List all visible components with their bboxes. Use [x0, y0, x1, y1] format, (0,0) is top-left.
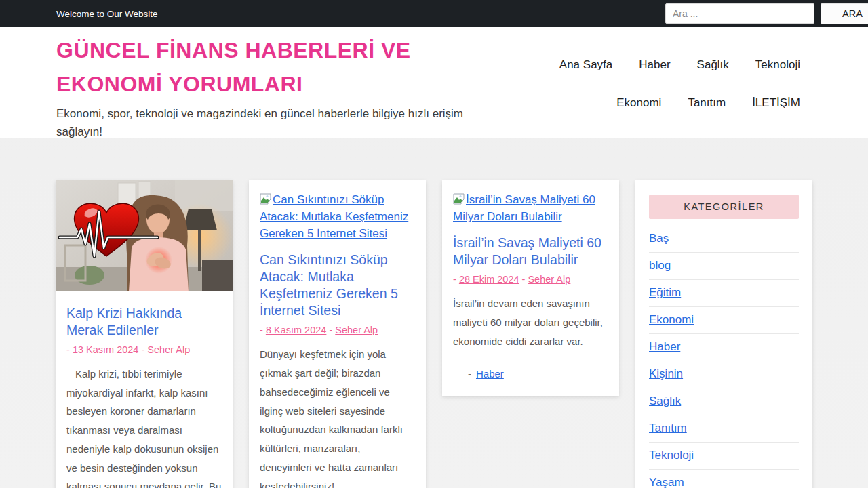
site-tagline: Ekonomi, spor, teknoloji ve magazindeki … [56, 105, 494, 141]
category-item: Sağlık [649, 388, 799, 415]
search-input[interactable] [665, 3, 814, 24]
category-link[interactable]: Teknoloji [649, 449, 694, 462]
site-branding: GÜNCEL FİNANS HABERLERİ VE EKONOMİ YORUM… [56, 27, 494, 138]
footer-separator: - [468, 368, 471, 380]
site-title[interactable]: GÜNCEL FİNANS HABERLERİ VE EKONOMİ YORUM… [56, 34, 494, 101]
category-link[interactable]: Yaşam [649, 476, 684, 488]
category-item: Kişinin [649, 361, 799, 388]
post-excerpt: Dünyayı keşfetmek için yola çıkmak şart … [260, 345, 415, 488]
category-item: blog [649, 253, 799, 280]
post-footer: — - Haber [453, 368, 608, 380]
category-item: Tanıtım [649, 415, 799, 443]
post-title-link[interactable]: İsrail’in Savaş Maliyeti 60 Milyar Dolar… [453, 235, 608, 268]
post-excerpt: Kalp krizi, tıbbi terimiyle miyokardiyal… [66, 365, 222, 488]
post-meta: - 8 Kasım 2024 - Seher Alp [260, 325, 415, 336]
article-card-israil-savas: İsrail’in Savaş Maliyeti 60 Milyar Dolar… [442, 180, 619, 396]
meta-dash: - [260, 325, 263, 336]
nav-item[interactable]: İLETİŞİM [752, 96, 800, 110]
category-link[interactable]: Sağlık [649, 394, 681, 407]
nav-item[interactable]: Ana Sayfa [559, 58, 612, 72]
broken-image-icon [453, 193, 465, 205]
meta-dash: - [66, 344, 70, 355]
sidebar: KATEGORİLER BaşblogEğitimEkonomiHaberKiş… [635, 180, 812, 488]
category-item: Eğitim [649, 280, 799, 307]
category-item: Haber [649, 334, 799, 361]
topbar: Welcome to Our Website ARA [0, 0, 868, 27]
category-link[interactable]: Baş [649, 232, 669, 245]
post-author-link[interactable]: Seher Alp [335, 325, 378, 336]
nav-item[interactable]: Teknoloji [755, 58, 800, 72]
category-link[interactable]: Haber [649, 340, 680, 353]
meta-dash: - [141, 344, 144, 355]
category-link[interactable]: Ekonomi [649, 313, 694, 326]
site-title-line1: GÜNCEL FİNANS HABERLERİ VE [56, 34, 494, 68]
meta-dash: - [329, 325, 332, 336]
broken-image-link[interactable]: İsrail’in Savaş Maliyeti 60 Milyar Dolar… [453, 193, 595, 223]
broken-image-icon [260, 193, 271, 205]
categories-list: BaşblogEğitimEkonomiHaberKişininSağlıkTa… [649, 226, 799, 488]
search-form: ARA [665, 3, 868, 24]
main-content: Kalp Krizi Hakkında Merak Edilenler - 13… [0, 138, 868, 488]
nav-item[interactable]: Sağlık [697, 58, 729, 72]
nav-item[interactable]: Tanıtım [688, 96, 726, 110]
post-author-link[interactable]: Seher Alp [147, 344, 190, 355]
meta-dash: - [522, 274, 526, 285]
article-photo-heart-attack [56, 180, 233, 291]
post-meta: - 13 Kasım 2024 - Seher Alp [66, 344, 222, 355]
article-card-kalp-krizi: Kalp Krizi Hakkında Merak Edilenler - 13… [56, 180, 233, 488]
article-card-internet-siteleri: Can Sıkıntınızı Söküp Atacak: Mutlaka Ke… [249, 180, 426, 488]
footer-dash: — [453, 368, 463, 380]
category-item: Ekonomi [649, 307, 799, 334]
post-meta: - 28 Ekim 2024 - Seher Alp [453, 274, 608, 285]
site-title-line2: EKONOMİ YORUMLARI [56, 68, 494, 102]
post-date-link[interactable]: 13 Kasım 2024 [73, 344, 139, 355]
welcome-text: Welcome to Our Website [56, 9, 158, 19]
search-button[interactable]: ARA [821, 3, 868, 24]
post-author-link[interactable]: Seher Alp [528, 274, 570, 285]
categories-widget-title: KATEGORİLER [649, 195, 799, 219]
nav-item[interactable]: Ekonomi [616, 96, 661, 110]
category-link[interactable]: blog [649, 259, 671, 272]
post-excerpt: İsrail’in devam eden savaşının maliyeti … [453, 294, 608, 350]
category-link[interactable]: Tanıtım [649, 422, 687, 434]
broken-image-alt-text: İsrail’in Savaş Maliyeti 60 Milyar Dolar… [453, 193, 595, 223]
post-date-link[interactable]: 28 Ekim 2024 [459, 274, 519, 285]
site-header: GÜNCEL FİNANS HABERLERİ VE EKONOMİ YORUM… [0, 27, 868, 138]
category-link[interactable]: Kişinin [649, 367, 683, 380]
broken-image-link[interactable]: Can Sıkıntınızı Söküp Atacak: Mutlaka Ke… [260, 193, 408, 240]
main-nav: Ana SayfaHaberSağlıkTeknolojiEkonomiTanı… [534, 56, 800, 110]
post-title-link[interactable]: Kalp Krizi Hakkında Merak Edilenler [66, 305, 222, 339]
post-title-link[interactable]: Can Sıkıntınızı Söküp Atacak: Mutlaka Ke… [260, 251, 415, 319]
category-item: Teknoloji [649, 443, 799, 470]
nav-item[interactable]: Haber [639, 58, 670, 72]
post-category-link[interactable]: Haber [476, 368, 504, 380]
category-link[interactable]: Eğitim [649, 286, 681, 299]
article-photo-link[interactable] [56, 180, 233, 291]
category-item: Baş [649, 226, 799, 253]
post-date-link[interactable]: 8 Kasım 2024 [266, 325, 326, 336]
category-item: Yaşam [649, 470, 799, 488]
meta-dash: - [453, 274, 456, 285]
broken-image-alt-text: Can Sıkıntınızı Söküp Atacak: Mutlaka Ke… [260, 193, 408, 240]
